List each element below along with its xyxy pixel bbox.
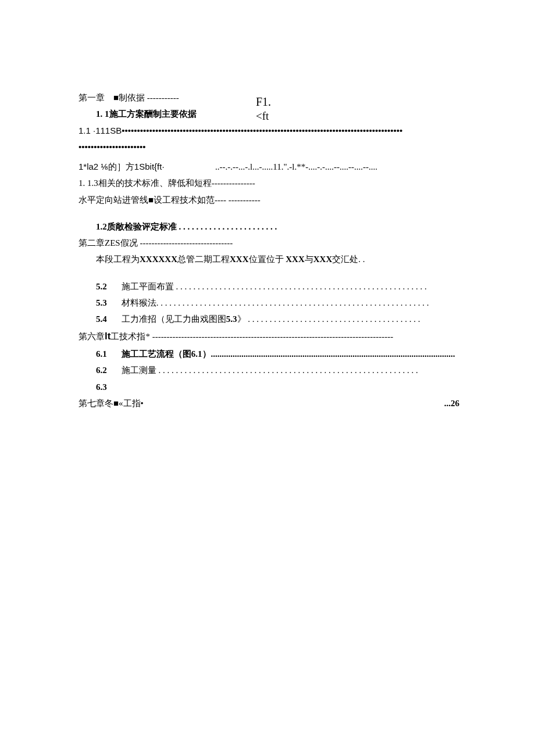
toc-line-111sb: 1.1 ·111SB••••••••••••••••••••••••••••••… xyxy=(79,123,459,138)
toc-num: 6.2 xyxy=(96,363,119,378)
toc-line-project-desc: 本段工程为XXXXXX总管二期工程XXX位置位于 XXX与XXX交汇处. . xyxy=(79,252,459,267)
toc-line-6-1: 6.1 施工工艺流程（图6.1）........................… xyxy=(79,346,459,361)
toc-line-5-4: 5.4 工力准招（见工力曲戏图图5.3》 . . . . . . . . . .… xyxy=(79,311,459,327)
toc-num: 5.4 xyxy=(96,311,119,327)
text: 与 xyxy=(305,255,313,264)
toc-text: 施工平面布置 . . . . . . . . . . . . . . . . .… xyxy=(122,282,427,291)
toc-line-ch7: 第七章冬■«工指• ...26 xyxy=(79,396,459,411)
toc-text: 施工工艺流程（图 xyxy=(122,349,191,359)
toc-num: 5.2 xyxy=(96,279,119,294)
text: 本段工程为 xyxy=(96,255,140,264)
toc-text: 施工测量 . . . . . . . . . . . . . . . . . .… xyxy=(122,366,418,375)
toc-text: 第七章冬■«工指• xyxy=(79,396,144,411)
text-lt: lt xyxy=(105,331,110,342)
toc-num: 5.3 xyxy=(96,295,119,310)
toc-line-1-2: 1.2质敞检验评定标准 . . . . . . . . . . . . . . … xyxy=(79,219,459,234)
toc-line-5-3: 5.3 材料猴法. . . . . . . . . . . . . . . . … xyxy=(79,295,459,310)
toc-ref: 5.3 xyxy=(226,314,237,324)
toc-text: 工力准招（见工力曲戏图图 xyxy=(122,314,226,324)
toc-line-6-3: 6.3 xyxy=(79,379,459,395)
toc-ref: 6.1 xyxy=(191,349,202,359)
toc-text: 质敞检验评定标准 . . . . . . . . . . . . . . . .… xyxy=(107,222,277,231)
toc-text: 材料猴法. . . . . . . . . . . . . . . . . . … xyxy=(122,298,429,307)
text-bold: XXX xyxy=(230,255,249,264)
toc-num: 6.1 xyxy=(96,346,119,361)
text: 第六章 xyxy=(79,332,105,341)
toc-line-6-2: 6.2 施工测量 . . . . . . . . . . . . . . . .… xyxy=(79,363,459,378)
toc-line-1la2: 1*la2 ⅛的］方1Sbit{ft· ..--.-.--...-.l...-.… xyxy=(79,159,459,174)
toc-text: ）.......................................… xyxy=(202,349,455,359)
toc-line-5-2: 5.2 施工平面布置 . . . . . . . . . . . . . . .… xyxy=(79,279,459,294)
toc-line-111sb-cont: •••••••••••••••••••••• xyxy=(79,139,459,155)
text: 交汇处. . xyxy=(332,255,365,264)
toc-line-ch2: 第二章ZES假况 -------------------------------… xyxy=(79,235,459,250)
text: 总管二期工程 xyxy=(177,255,230,264)
text-bold: XXX xyxy=(313,255,333,264)
toc-page: ...26 xyxy=(444,396,459,411)
toc-text: 》 . . . . . . . . . . . . . . . . . . . … xyxy=(237,314,420,324)
toc-line-ch6: 第六章lt工技术指* -----------------------------… xyxy=(79,328,459,345)
text: 工技术指* ----------------------------------… xyxy=(110,332,393,341)
toc-num: 1.2 xyxy=(96,222,107,231)
toc-text-right: ..--.-.--...-.l...-.....11.".-l.**-....-… xyxy=(215,162,377,171)
toc-text: 施工方案酬制主要依据 xyxy=(109,109,197,119)
toc-line-horizontal: 水平定向站进管线■设工程技术如范---- ----------- xyxy=(79,192,459,207)
toc-text-left: 1*la2 ⅛的］方1Sbit{ft· xyxy=(79,162,165,171)
toc-num: 1. 1 xyxy=(96,109,109,119)
toc-line-1-1-3: 1. 1.3相关的技术标准、牌低和短程--------------- xyxy=(79,175,459,191)
text-bold: XXXXXX xyxy=(140,255,177,264)
text: 位置位于 xyxy=(249,255,286,264)
text-bold: XXX xyxy=(286,255,305,264)
toc-num: 6.3 xyxy=(96,382,107,392)
header-symbol-ft: <ft xyxy=(256,106,269,126)
